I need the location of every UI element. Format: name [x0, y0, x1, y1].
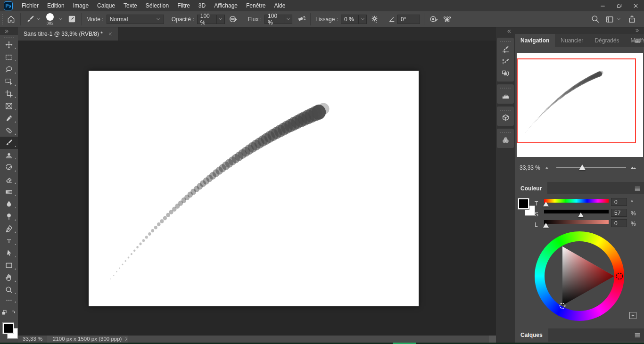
- tool-pen[interactable]: [0, 222, 18, 235]
- document-tab[interactable]: Sans titre-1 @ 33,3% (RVB/8) *: [18, 27, 118, 41]
- foreground-color-swatch[interactable]: [518, 198, 529, 210]
- menu-edition[interactable]: Edition: [43, 0, 69, 11]
- slider-value-input[interactable]: 0: [611, 219, 627, 227]
- slider-thumb[interactable]: [578, 213, 584, 217]
- dock-collapse-header[interactable]: [496, 27, 515, 35]
- navigator-zoom-value[interactable]: 33,33 %: [520, 164, 544, 171]
- navigator-view-box[interactable]: [517, 58, 636, 143]
- tool-healing-brush[interactable]: [0, 124, 18, 137]
- tool-history-brush[interactable]: [0, 161, 18, 173]
- saturation-triangle[interactable]: [535, 231, 624, 321]
- layers-panel-menu[interactable]: [634, 331, 641, 339]
- menu-fichier[interactable]: Fichier: [17, 0, 43, 11]
- slider-thumb[interactable]: [579, 164, 586, 170]
- menu-fen-tre[interactable]: Fenêtre: [242, 0, 270, 11]
- tool-object-selection[interactable]: [0, 75, 18, 88]
- hue-ring-selector[interactable]: [617, 273, 623, 279]
- tool-rectangle[interactable]: [0, 259, 18, 271]
- tab-navigation[interactable]: Navigation: [515, 34, 555, 47]
- brush-tip-preview[interactable]: 382: [44, 13, 56, 25]
- tool-lasso[interactable]: [0, 63, 18, 75]
- brush-settings-toggle[interactable]: [66, 14, 77, 25]
- menu-s-lection[interactable]: Sélection: [141, 0, 173, 11]
- tool-marquee[interactable]: [0, 51, 18, 63]
- slider-thumb[interactable]: [543, 202, 549, 206]
- chevron-down-icon[interactable]: [58, 16, 63, 22]
- clone-source-panel-button[interactable]: [497, 67, 514, 80]
- blend-mode-select[interactable]: Normal: [107, 15, 164, 24]
- close-tab-icon[interactable]: [107, 31, 113, 37]
- close-button[interactable]: [627, 0, 644, 11]
- tab-d-grad-s[interactable]: Dégradés: [589, 34, 625, 47]
- menu-image[interactable]: Image: [69, 0, 93, 11]
- menu-texte[interactable]: Texte: [119, 0, 141, 11]
- flow-input[interactable]: 100 %: [264, 15, 284, 24]
- dock-gripper[interactable]: [500, 110, 511, 111]
- tool-eraser[interactable]: [0, 173, 18, 186]
- minimize-button[interactable]: [594, 0, 611, 11]
- opacity-input[interactable]: 100 %: [197, 15, 217, 24]
- tool-type[interactable]: T: [0, 235, 18, 247]
- workspace-switcher[interactable]: [605, 15, 621, 24]
- libraries-panel-button[interactable]: [497, 112, 514, 124]
- menu-calque[interactable]: Calque: [93, 0, 119, 11]
- sat-slider-track[interactable]: [544, 210, 609, 213]
- dock-gripper[interactable]: [500, 88, 511, 89]
- restore-button[interactable]: [611, 0, 627, 11]
- tool-clone-stamp[interactable]: [0, 149, 18, 161]
- tool-crop[interactable]: [0, 88, 18, 100]
- tool-blur[interactable]: [0, 198, 18, 210]
- brushes-panel-button[interactable]: [497, 43, 514, 55]
- smoothing-dropdown[interactable]: [359, 15, 367, 24]
- tab-couleur[interactable]: Couleur: [515, 182, 547, 195]
- toolbar-gripper[interactable]: [4, 37, 14, 38]
- dock-gripper[interactable]: [500, 132, 511, 133]
- tool-brush[interactable]: [0, 137, 18, 149]
- dock-gripper[interactable]: [500, 41, 511, 42]
- status-options-chevron[interactable]: [124, 336, 129, 342]
- tool-gradient[interactable]: [0, 186, 18, 198]
- brush-angle-input[interactable]: 0°: [397, 15, 420, 24]
- brush-settings-panel-button[interactable]: [497, 55, 514, 67]
- chevron-down-icon[interactable]: [36, 16, 41, 22]
- smoothing-input[interactable]: 0 %: [341, 15, 359, 24]
- airbrush-toggle[interactable]: [295, 14, 306, 25]
- status-zoom-value[interactable]: 33,33 %: [23, 336, 42, 342]
- tool-preset-button[interactable]: [25, 14, 36, 25]
- tool-zoom-tool[interactable]: [0, 284, 18, 296]
- add-swatch-button[interactable]: +: [629, 312, 636, 319]
- hue-wheel[interactable]: [535, 231, 624, 321]
- menu-aide[interactable]: Aide: [270, 0, 289, 11]
- toolbar-ellipsis-button[interactable]: [0, 296, 18, 304]
- tool-move[interactable]: [0, 39, 18, 51]
- search-button[interactable]: [589, 14, 601, 25]
- zoom-in-button[interactable]: [630, 164, 637, 172]
- tab-nuancier[interactable]: Nuancier: [555, 34, 589, 47]
- navigator-panel-menu[interactable]: [634, 37, 641, 44]
- tab-calques[interactable]: Calques: [515, 328, 548, 342]
- tool-hand[interactable]: [0, 271, 18, 284]
- panels-collapse-header[interactable]: [515, 27, 644, 34]
- share-button[interactable]: [626, 14, 637, 25]
- home-button[interactable]: [5, 14, 17, 25]
- opacity-dropdown[interactable]: [217, 15, 225, 24]
- hue-slider-track[interactable]: [544, 199, 609, 203]
- lum-slider-track[interactable]: [544, 220, 609, 224]
- menu-filtre[interactable]: Filtre: [173, 0, 194, 11]
- canvas-document[interactable]: [89, 71, 419, 306]
- navigator-zoom-slider[interactable]: [556, 164, 626, 172]
- swap-colors-icon[interactable]: [9, 310, 16, 316]
- default-colors-icon[interactable]: [1, 309, 8, 316]
- pressure-opacity-toggle[interactable]: [228, 14, 239, 25]
- menu-affichage[interactable]: Affichage: [210, 0, 242, 11]
- options-gripper[interactable]: [2, 14, 3, 25]
- slider-thumb[interactable]: [543, 223, 549, 228]
- smoothing-options-gear[interactable]: [369, 14, 380, 25]
- zoom-out-button[interactable]: [544, 164, 552, 172]
- tool-frame[interactable]: [0, 100, 18, 112]
- tool-dodge[interactable]: [0, 210, 18, 222]
- tool-eyedropper[interactable]: [0, 112, 18, 124]
- tool-path-selection[interactable]: [0, 247, 18, 259]
- flow-dropdown[interactable]: [284, 15, 292, 24]
- adjustments-panel-button[interactable]: [497, 134, 514, 146]
